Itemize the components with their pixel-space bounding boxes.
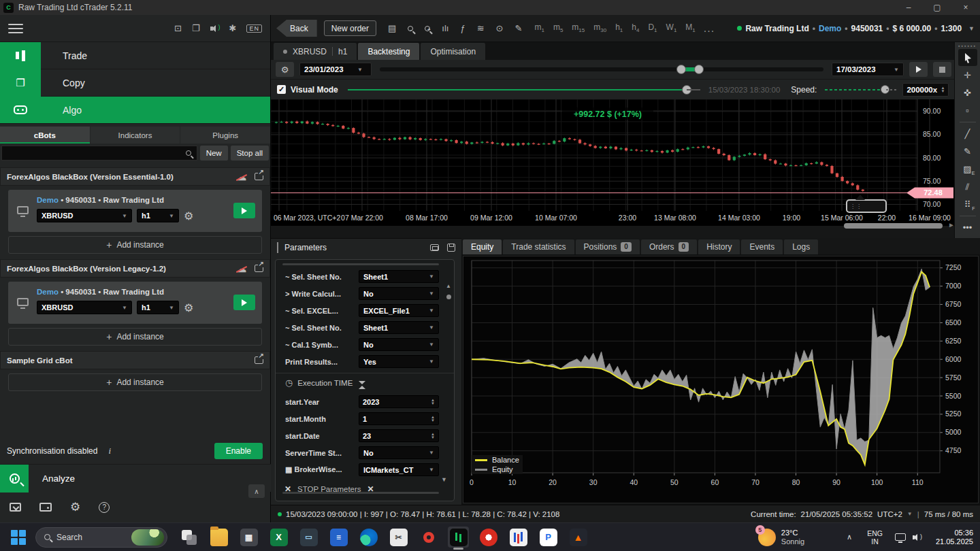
opera-icon[interactable] [418,527,439,548]
crosshair-tool[interactable]: ✛ [958,67,977,84]
visual-mode-checkbox[interactable]: ✓ [277,85,286,94]
parameter-select[interactable]: Sheet1▼ [359,270,439,283]
timeframe-m30[interactable]: m30 [593,22,606,33]
snap-to-candle-tool[interactable]: ▫ [958,102,977,119]
timeframe-h1[interactable]: h1 [615,22,623,33]
trendline-tool[interactable]: ╱ [958,125,977,142]
eye-icon[interactable]: ⊙ [496,23,504,33]
start-cbot-button[interactable] [233,295,255,310]
timezone-chevron-icon[interactable]: ▼ [907,511,913,517]
indicators-icon[interactable]: ılı [442,23,448,33]
timeframe-M1[interactable]: M1 [685,22,695,33]
tab-equity[interactable]: Equity [463,239,502,254]
magnet-crosshair-tool[interactable]: ✜ [958,84,977,101]
volume-icon[interactable]: ) [913,533,922,541]
instance-settings-icon[interactable]: ⚙ [184,301,193,314]
tab-logs[interactable]: Logs [784,239,818,254]
stocks-app-icon[interactable] [508,527,529,548]
fullscreen-icon[interactable]: ⊡ [174,23,182,33]
more-timeframes-button[interactable]: ... [704,22,715,35]
parameter-stepper[interactable]: 1▲▼ [359,412,439,425]
toolbar-drag-handle[interactable]: ▪▪▪▪▪▪ [958,44,977,48]
start-date-select[interactable]: 23/01/2023▼ [299,63,372,76]
timeframe-select[interactable]: h1▼ [137,209,179,222]
pattern-tool[interactable]: ⠿F [958,196,977,213]
share-icon[interactable] [255,356,263,364]
tab-history[interactable]: History [698,239,740,254]
tab-indicators[interactable]: Indicators [91,127,180,144]
cloud-disabled-icon[interactable]: ☁ [237,265,246,273]
instance-settings-icon[interactable]: ⚙ [184,210,193,222]
date-range-slider[interactable] [380,67,823,71]
start-button[interactable] [11,530,26,545]
deposit-icon[interactable] [10,503,21,512]
new-cbot-button[interactable]: New [200,146,228,161]
tab-orders[interactable]: Orders0 [641,239,697,254]
network-icon[interactable] [895,533,906,541]
range-handle-start[interactable] [676,65,686,74]
tab-optimisation[interactable]: Optimisation [421,43,485,60]
close-button[interactable]: × [951,0,980,15]
plugins-icon[interactable]: ✱ [229,23,237,33]
enable-sync-button[interactable]: Enable [214,443,263,459]
chart-edit-icon[interactable]: ✎ [515,23,523,33]
cbot-search-input[interactable] [1,146,197,161]
backtest-settings-gear-icon[interactable]: ⚙ [276,62,294,77]
settings-gear-icon[interactable]: ⚙ [70,500,80,514]
minimize-button[interactable]: – [894,0,923,15]
language-badge[interactable]: EN [246,24,262,33]
cbot-header[interactable]: Sample Grid cBot [0,351,270,369]
timeframe-h4[interactable]: h4 [632,22,639,33]
zoom-out-icon[interactable]: - [408,26,413,31]
tab-cbots[interactable]: cBots [0,127,90,144]
sidebar-item-copy[interactable]: ❐ Copy [0,69,270,97]
calculator-icon[interactable]: ▦ [238,527,259,548]
tab-positions[interactable]: Positions0 [576,239,640,254]
replay-progress-handle[interactable] [682,85,691,95]
back-button[interactable]: Back [276,20,317,37]
speed-value-spinner[interactable]: 200000x▲▼ [902,83,949,97]
timezone-value[interactable]: UTC+2 [877,510,902,518]
new-order-button[interactable]: New order [324,20,376,36]
weather-widget[interactable]: 5 23°CSonnig [758,529,804,546]
taskbar-search[interactable]: Search [35,527,167,548]
symbol-select[interactable]: XBRUSD▼ [37,209,132,222]
share-icon[interactable] [255,173,263,180]
compare-parameters-icon[interactable] [430,244,439,251]
parameter-stepper[interactable]: 23▲▼ [359,429,439,442]
snipping-tool-icon[interactable]: ✂ [388,527,409,548]
layers-icon[interactable]: ≋ [477,23,485,33]
help-icon[interactable]: ? [99,502,110,513]
edge-icon[interactable] [358,527,379,548]
parameters-scrollbar[interactable]: ▲ [446,283,451,299]
timeframe-D1[interactable]: D1 [648,22,657,33]
replay-drag-handle[interactable]: ⋮⋮ [846,199,887,213]
timeframe-m5[interactable]: m5 [553,22,563,33]
info-icon[interactable]: i [108,446,111,456]
parameter-select[interactable]: Yes▼ [359,355,439,368]
parameter-select[interactable]: No▼ [359,446,439,459]
sidebar-item-trade[interactable]: Trade [0,42,270,69]
add-instance-button[interactable]: +Add instance [8,373,262,391]
start-backtest-button[interactable] [909,62,928,77]
excel-icon[interactable]: X [268,527,289,548]
tab-events[interactable]: Events [741,239,783,254]
main-menu-icon[interactable] [8,24,23,33]
parameter-select[interactable]: EXCEL_File1▼ [359,304,439,317]
matlab-icon[interactable]: ▲ [568,527,589,548]
speed-handle[interactable] [881,85,889,94]
cbot-instance[interactable]: Demo • 9450031 • Raw Trading LtdXBRUSD▼h… [8,282,262,324]
account-selector[interactable]: Raw Trading Ltd • Demo • 9450031 • $ 6 0… [737,24,975,33]
fibonacci-tool[interactable]: ⫽ [958,178,977,195]
scroll-down-icon[interactable]: ▼ [441,476,447,483]
parameter-select[interactable]: Sheet1▼ [359,321,439,334]
add-instance-button[interactable]: +Add instance [8,328,262,346]
cloud-disabled-icon[interactable]: ☁ [237,173,246,181]
share-icon[interactable] [255,265,263,272]
sound-icon[interactable]: ) [210,24,219,33]
workspace-windows-icon[interactable]: ❐ [192,23,200,33]
timeframe-W1[interactable]: W1 [666,22,677,33]
maximize-button[interactable]: ▢ [923,0,951,15]
remote-desktop-icon[interactable]: ▭ [298,527,319,548]
save-parameters-icon[interactable] [447,244,455,252]
